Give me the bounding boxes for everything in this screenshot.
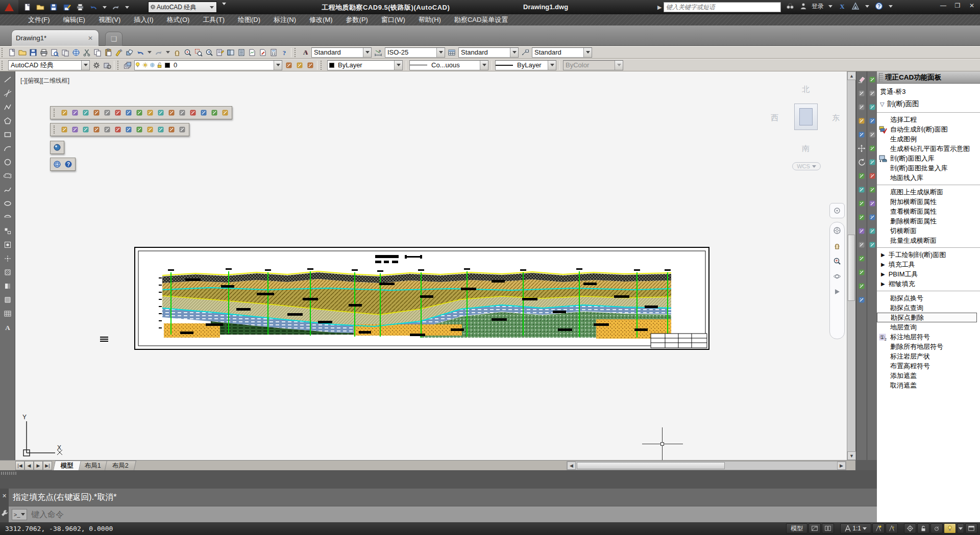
panel-item-5[interactable]: 自动生成剖(断)面图 bbox=[877, 124, 980, 134]
break-at-point-icon[interactable] bbox=[856, 226, 867, 236]
panel-item-8[interactable]: 剖(断)面图入库 bbox=[877, 154, 980, 163]
scroll-up-button[interactable]: ▲ bbox=[847, 71, 856, 80]
layer-combo[interactable]: 0 bbox=[134, 60, 282, 70]
circle-icon[interactable] bbox=[3, 157, 13, 167]
horizontal-scroll-thumb[interactable] bbox=[577, 462, 725, 469]
status-tray-button[interactable] bbox=[930, 523, 943, 533]
tray-lightbulb-button[interactable] bbox=[944, 523, 956, 533]
panel-item-27[interactable]: 地层查询 bbox=[877, 322, 980, 332]
toolbar-grip[interactable] bbox=[54, 109, 57, 117]
panel-section-collapsed-20[interactable]: ▶填充工具 bbox=[877, 260, 980, 269]
panel-item-15[interactable]: 删除横断面属性 bbox=[877, 216, 980, 226]
lz-tool-10-icon[interactable] bbox=[156, 108, 166, 118]
redo-icon[interactable] bbox=[154, 47, 164, 58]
lz-tool-16-icon[interactable] bbox=[220, 108, 230, 118]
fillet-icon[interactable] bbox=[856, 281, 867, 291]
help-circle-icon[interactable]: ? bbox=[63, 159, 74, 169]
undo-dropdown-icon[interactable] bbox=[148, 51, 152, 54]
annotation-visibility-button[interactable] bbox=[872, 523, 885, 533]
multiline-text-icon[interactable]: A bbox=[3, 322, 13, 333]
viewcube-face[interactable] bbox=[799, 108, 813, 125]
panel-item-4[interactable]: 选择工程 bbox=[877, 115, 980, 124]
menu-item-4[interactable]: 插入(I) bbox=[127, 14, 160, 26]
search-icon[interactable] bbox=[785, 1, 795, 11]
command-input[interactable] bbox=[30, 509, 877, 520]
scale-icon[interactable] bbox=[856, 171, 867, 181]
array-icon[interactable] bbox=[856, 130, 867, 140]
tab-last-button[interactable]: ▶| bbox=[43, 461, 52, 470]
new-icon[interactable] bbox=[7, 47, 17, 58]
menu-item-12[interactable]: 帮助(H) bbox=[412, 14, 448, 26]
lz-tool-14-icon[interactable] bbox=[199, 108, 209, 118]
scroll-left-button[interactable]: ◀ bbox=[567, 462, 576, 470]
workspace-combo[interactable]: AutoCAD 经典 bbox=[148, 2, 217, 13]
menu-item-1[interactable]: 文件(F) bbox=[21, 14, 57, 26]
toolbar-grip[interactable] bbox=[295, 48, 298, 57]
workspace-settings-icon[interactable] bbox=[91, 60, 102, 70]
panel-item-29[interactable]: 删除所有地层符号 bbox=[877, 342, 980, 351]
lz-tool-3-icon[interactable] bbox=[81, 108, 91, 118]
extend-icon[interactable] bbox=[856, 212, 867, 222]
revision-cloud-icon[interactable] bbox=[3, 171, 13, 181]
sun-icon[interactable] bbox=[142, 62, 149, 69]
combo-dropdown-button[interactable] bbox=[394, 61, 402, 70]
undo-icon[interactable] bbox=[135, 47, 145, 58]
tool-palettes-icon[interactable] bbox=[236, 47, 247, 58]
new-tab-button[interactable]: ❏ bbox=[105, 32, 122, 46]
panel-item-13[interactable]: 附加横断面属性 bbox=[877, 197, 980, 207]
render-icon[interactable] bbox=[52, 142, 62, 152]
erase-icon[interactable] bbox=[856, 74, 867, 85]
dim-angular-icon[interactable] bbox=[867, 157, 877, 167]
file-tab-drawing1[interactable]: Drawing1* ✕ bbox=[11, 30, 99, 46]
undo-icon[interactable] bbox=[88, 2, 99, 13]
lz-tool-13-icon[interactable] bbox=[188, 108, 198, 118]
make-block-icon[interactable] bbox=[3, 240, 13, 250]
navigation-wheel-icon[interactable] bbox=[832, 225, 842, 236]
lz-annot-4-icon[interactable] bbox=[91, 124, 102, 135]
lizheng-panel-header[interactable]: 理正CAD功能面板 bbox=[877, 71, 980, 84]
save-as-icon[interactable] bbox=[61, 2, 72, 13]
polygon-icon[interactable] bbox=[3, 116, 13, 126]
dim-aligned-icon[interactable] bbox=[867, 88, 877, 98]
vertical-scrollbar[interactable]: ▲ ▼ bbox=[847, 71, 855, 460]
panel-section-collapsed-19[interactable]: ▶手工绘制剖(断)面图 bbox=[877, 250, 980, 260]
open-icon[interactable] bbox=[35, 2, 46, 13]
combo-dropdown-button[interactable] bbox=[510, 48, 518, 57]
dim-continue-icon[interactable] bbox=[867, 198, 877, 209]
hatch-icon[interactable] bbox=[3, 267, 13, 277]
arc-icon[interactable] bbox=[3, 143, 13, 154]
layout-tab-3[interactable]: 布局2 bbox=[105, 461, 136, 470]
sign-in-icon[interactable] bbox=[798, 1, 808, 11]
toolbar-grip[interactable] bbox=[117, 61, 120, 70]
insert-block-icon[interactable] bbox=[3, 226, 13, 236]
chevron-down-icon[interactable] bbox=[889, 5, 893, 8]
point-icon[interactable] bbox=[3, 253, 13, 264]
pan-icon[interactable] bbox=[172, 47, 182, 58]
toolbar-grip[interactable] bbox=[321, 61, 324, 70]
geological-section-drawing[interactable] bbox=[134, 247, 709, 350]
join-icon[interactable] bbox=[856, 253, 867, 264]
lz-annot-6-icon[interactable] bbox=[113, 124, 123, 135]
combo-dropdown-button[interactable] bbox=[81, 61, 89, 70]
lz-tool-12-icon[interactable] bbox=[177, 108, 187, 118]
save-icon[interactable] bbox=[48, 2, 59, 13]
open-icon[interactable] bbox=[17, 47, 28, 58]
polyline-icon[interactable] bbox=[3, 102, 13, 112]
show-motion-icon[interactable] bbox=[832, 287, 842, 297]
redo-dropdown-icon[interactable] bbox=[125, 6, 129, 9]
layer-previous-icon[interactable] bbox=[295, 60, 305, 70]
lz-tool-7-icon[interactable] bbox=[124, 108, 134, 118]
panel-item-10[interactable]: 地面线入库 bbox=[877, 173, 980, 183]
lz-annot-12-icon[interactable] bbox=[177, 124, 187, 135]
navbar-wheel-button[interactable] bbox=[829, 203, 845, 218]
linetype-combo[interactable]: Co...uous bbox=[409, 60, 488, 70]
viewport-controls-label[interactable]: [-][俯视][二维线框] bbox=[20, 77, 69, 85]
toolbar-grip[interactable] bbox=[2, 61, 5, 70]
lz-tool-15-icon[interactable] bbox=[209, 108, 219, 118]
tab-next-button[interactable]: ▶ bbox=[34, 461, 43, 470]
lz-annot-11-icon[interactable] bbox=[166, 124, 177, 135]
lineweight-combo[interactable]: ByLayer bbox=[495, 60, 556, 70]
plot-preview-icon[interactable] bbox=[50, 47, 60, 58]
new-icon[interactable] bbox=[21, 2, 33, 13]
dim-linear-icon[interactable] bbox=[867, 74, 877, 85]
